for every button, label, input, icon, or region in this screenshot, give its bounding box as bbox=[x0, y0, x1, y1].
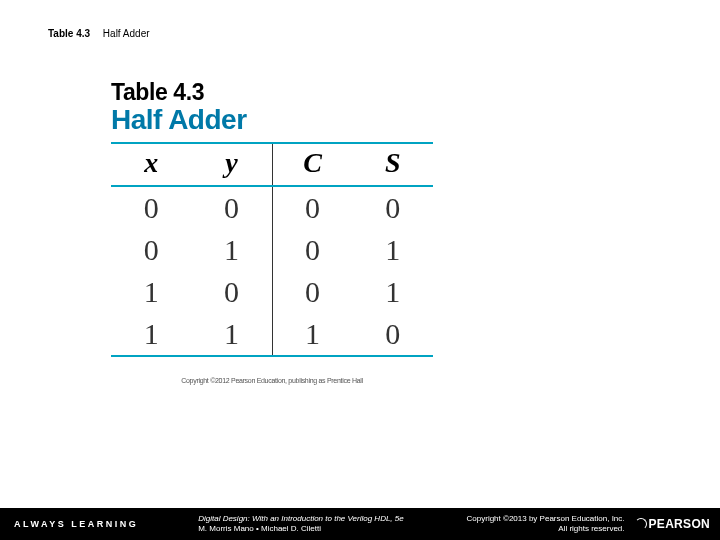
col-header: y bbox=[192, 143, 273, 186]
book-title: Digital Design: With an Introduction to … bbox=[198, 514, 404, 524]
slide-footer: ALWAYS LEARNING Digital Design: With an … bbox=[0, 508, 720, 540]
publisher-name: PEARSON bbox=[649, 517, 710, 531]
figure: Table 4.3 Half Adder x y C S 0 0 0 0 0 1… bbox=[111, 79, 433, 384]
table-row: 1 1 1 0 bbox=[111, 313, 433, 356]
footer-copyright: Copyright ©2013 by Pearson Education, In… bbox=[467, 514, 625, 534]
footer-credits: Digital Design: With an Introduction to … bbox=[198, 514, 404, 534]
col-header: C bbox=[272, 143, 353, 186]
table-row: 0 0 0 0 bbox=[111, 186, 433, 229]
caption-title: Half Adder bbox=[103, 28, 150, 39]
table-header-row: x y C S bbox=[111, 143, 433, 186]
copyright-line: Copyright ©2013 by Pearson Education, In… bbox=[467, 514, 625, 524]
figure-title: Half Adder bbox=[111, 104, 433, 136]
table-row: 1 0 0 1 bbox=[111, 271, 433, 313]
caption-number: Table 4.3 bbox=[48, 28, 90, 39]
pearson-arc-icon bbox=[635, 518, 647, 530]
copyright-line: All rights reserved. bbox=[467, 524, 625, 534]
slide-caption: Table 4.3 Half Adder bbox=[48, 28, 150, 39]
always-learning-tag: ALWAYS LEARNING bbox=[14, 519, 138, 529]
book-authors: M. Morris Mano • Michael D. Ciletti bbox=[198, 524, 404, 534]
publisher-logo: PEARSON bbox=[635, 517, 710, 531]
col-header: x bbox=[111, 143, 192, 186]
figure-table-number: Table 4.3 bbox=[111, 79, 433, 106]
truth-table: x y C S 0 0 0 0 0 1 0 1 1 0 0 bbox=[111, 142, 433, 357]
col-header: S bbox=[353, 143, 434, 186]
figure-copyright: Copyright ©2012 Pearson Education, publi… bbox=[111, 377, 433, 384]
table-row: 0 1 0 1 bbox=[111, 229, 433, 271]
